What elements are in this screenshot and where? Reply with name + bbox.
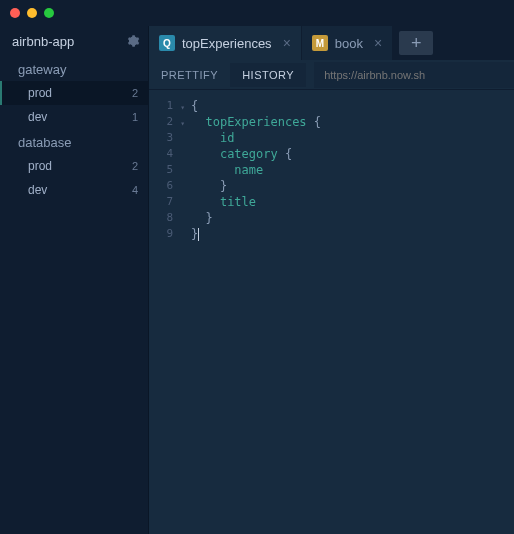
line-number: 9 [149,226,179,242]
main-panel: QtopExperiences×Mbook× + PRETTIFY HISTOR… [148,26,514,534]
code-line[interactable]: } [191,226,514,242]
prettify-button[interactable]: PRETTIFY [149,63,230,87]
code-line[interactable]: { [191,98,514,114]
sidebar-item-label: prod [28,86,52,100]
close-window-icon[interactable] [10,8,20,18]
tab-label: topExperiences [182,36,272,51]
code-line[interactable]: category { [191,146,514,162]
sidebar-item-dev[interactable]: dev4 [0,178,148,202]
history-button[interactable]: HISTORY [230,63,306,87]
sidebar-item-count: 2 [132,160,138,172]
titlebar [0,0,514,26]
mutation-icon: M [312,35,328,51]
line-number: 7 [149,194,179,210]
sidebar-item-label: dev [28,110,47,124]
line-number: 2▾ [149,114,179,130]
code-line[interactable]: name [191,162,514,178]
app-body: airbnb-app gatewayprod2dev1databaseprod2… [0,26,514,534]
maximize-window-icon[interactable] [44,8,54,18]
sidebar-item-count: 1 [132,111,138,123]
add-tab-button[interactable]: + [399,31,433,55]
url-input[interactable] [314,62,514,88]
sidebar-item-label: dev [28,183,47,197]
gear-icon[interactable] [126,34,140,48]
line-number: 6 [149,178,179,194]
minimize-window-icon[interactable] [27,8,37,18]
close-icon[interactable]: × [374,35,382,51]
line-number: 5 [149,162,179,178]
sidebar-item-count: 4 [132,184,138,196]
code-line[interactable]: } [191,178,514,194]
app-header: airbnb-app [0,26,148,56]
code-line[interactable]: id [191,130,514,146]
tab-label: book [335,36,363,51]
sidebar-item-prod[interactable]: prod2 [0,81,148,105]
close-icon[interactable]: × [283,35,291,51]
sidebar-item-dev[interactable]: dev1 [0,105,148,129]
line-number: 8 [149,210,179,226]
line-number: 1▾ [149,98,179,114]
fold-icon[interactable]: ▾ [180,100,185,116]
sidebar-item-prod[interactable]: prod2 [0,154,148,178]
sidebar-item-count: 2 [132,87,138,99]
toolbar: PRETTIFY HISTORY [149,60,514,90]
sidebar-item-label: prod [28,159,52,173]
text-cursor [198,228,199,241]
tabbar: QtopExperiences×Mbook× + [149,26,514,60]
line-number: 3 [149,130,179,146]
code-line[interactable]: topExperiences { [191,114,514,130]
fold-icon[interactable]: ▾ [180,116,185,132]
gutter: 1▾2▾3456789 [149,90,179,534]
query-icon: Q [159,35,175,51]
sidebar-group-label: gateway [0,56,148,81]
code-line[interactable]: } [191,210,514,226]
tab-topExperiences[interactable]: QtopExperiences× [149,26,302,60]
app-name: airbnb-app [12,34,74,49]
code-area[interactable]: { topExperiences { id category { name } … [179,90,514,534]
app-window: airbnb-app gatewayprod2dev1databaseprod2… [0,0,514,534]
tab-book[interactable]: Mbook× [302,26,393,60]
sidebar: airbnb-app gatewayprod2dev1databaseprod2… [0,26,148,534]
sidebar-group-label: database [0,129,148,154]
line-number: 4 [149,146,179,162]
code-line[interactable]: title [191,194,514,210]
code-editor[interactable]: 1▾2▾3456789 { topExperiences { id catego… [149,90,514,534]
